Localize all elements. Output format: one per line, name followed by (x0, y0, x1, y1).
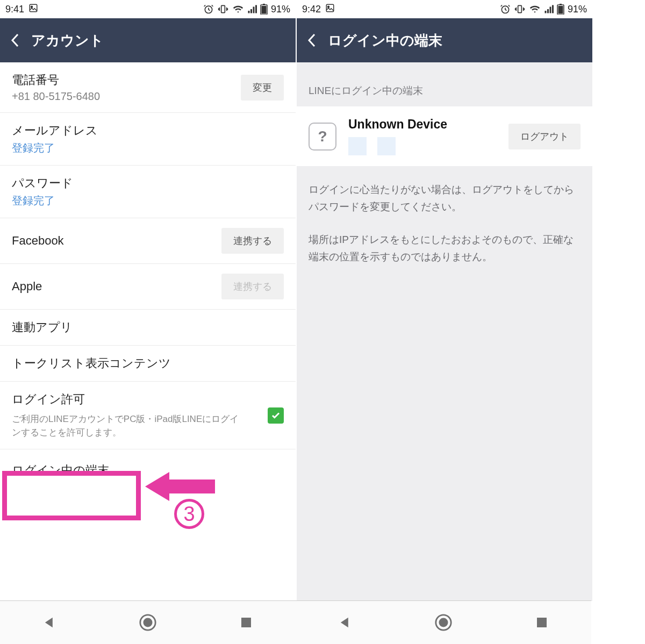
change-button[interactable]: 変更 (241, 75, 284, 101)
signal-icon (544, 4, 554, 14)
status-time: 9:41 (5, 4, 24, 15)
annotation-arrow-icon (145, 468, 215, 505)
svg-rect-11 (518, 5, 522, 12)
device-row: ? Unknown Device ログアウト (297, 106, 592, 166)
svg-point-16 (143, 618, 152, 627)
app-header: アカウント (0, 18, 296, 62)
wifi-icon (529, 4, 541, 15)
phone-value: +81 80-5175-6480 (12, 90, 100, 103)
nav-back-button[interactable] (334, 612, 356, 633)
signal-icon (247, 4, 257, 14)
row-phone-number[interactable]: 電話番号 +81 80-5175-6480 変更 (0, 62, 296, 113)
alarm-icon (203, 4, 214, 15)
password-status: 登録完了 (12, 194, 73, 208)
footer-notes: ログインに心当たりがない場合は、ログアウトをしてからパスワードを変更してください… (297, 166, 592, 281)
nav-home-button[interactable] (137, 612, 159, 633)
redacted-block (348, 137, 367, 155)
apple-label: Apple (12, 280, 42, 294)
section-header: LINEにログイン中の端末 (297, 62, 592, 106)
back-button[interactable] (304, 33, 319, 48)
password-label: パスワード (12, 175, 73, 191)
nav-back-button[interactable] (39, 612, 60, 633)
talk-list-label: トークリスト表示コンテンツ (12, 355, 171, 371)
note-text-2: 場所はIPアドレスをもとにしたおおよそのもので、正確な端末の位置を示すものではあ… (309, 231, 580, 266)
svg-point-19 (439, 618, 448, 627)
row-talk-list-content[interactable]: トークリスト表示コンテンツ (0, 346, 296, 382)
linked-apps-label: 連動アプリ (12, 319, 73, 335)
svg-rect-5 (263, 4, 265, 5)
status-bar: 9:41 91% (0, 0, 296, 18)
row-apple[interactable]: Apple 連携する (0, 264, 296, 310)
page-title: アカウント (31, 31, 104, 50)
logout-button[interactable]: ログアウト (508, 124, 580, 149)
login-permission-desc: ご利用のLINEアカウントでPC版・iPad版LINEにログインすることを許可し… (12, 413, 243, 439)
phone-screenshot-left: 9:41 91% アカウント 電話番号 +81 80-5175-6480 変更 (0, 0, 296, 601)
image-icon (28, 3, 38, 16)
device-name: Unknown Device (348, 117, 497, 132)
svg-rect-13 (560, 4, 562, 5)
facebook-label: Facebook (12, 234, 64, 248)
svg-marker-7 (145, 472, 215, 501)
svg-rect-20 (537, 618, 547, 627)
svg-point-1 (31, 6, 33, 8)
redacted-block (377, 137, 396, 155)
facebook-link-button[interactable]: 連携する (221, 228, 284, 254)
battery-icon (260, 4, 268, 15)
row-password[interactable]: パスワード 登録完了 (0, 166, 296, 218)
vibrate-icon (514, 4, 526, 15)
alarm-icon (500, 4, 511, 15)
row-facebook[interactable]: Facebook 連携する (0, 218, 296, 264)
login-permission-toggle[interactable] (268, 407, 284, 424)
battery-icon (557, 4, 564, 15)
redacted-meta (348, 137, 497, 155)
vibrate-icon (217, 4, 229, 15)
page-title: ログイン中の端末 (328, 31, 442, 50)
email-status: 登録完了 (12, 141, 98, 155)
nav-home-button[interactable] (433, 612, 454, 633)
settings-list: 電話番号 +81 80-5175-6480 変更 メールアドレス 登録完了 パス… (0, 62, 296, 601)
svg-rect-3 (221, 5, 225, 12)
svg-point-9 (328, 6, 329, 8)
svg-rect-0 (30, 4, 37, 12)
note-text-1: ログインに心当たりがない場合は、ログアウトをしてからパスワードを変更してください… (309, 181, 580, 216)
row-linked-apps[interactable]: 連動アプリ (0, 310, 296, 346)
status-time: 9:42 (302, 4, 321, 15)
app-header: ログイン中の端末 (297, 18, 592, 62)
phone-screenshot-right: 9:42 91% ログイン中の端末 LINEにログイン中の端末 ? Unknow… (297, 0, 592, 601)
battery-percent: 91% (271, 4, 290, 15)
status-bar: 9:42 91% (297, 0, 592, 18)
nav-recent-button[interactable] (235, 612, 257, 633)
phone-label: 電話番号 (12, 72, 100, 88)
system-nav-bar (0, 601, 591, 644)
svg-rect-17 (241, 618, 251, 627)
nav-recent-button[interactable] (531, 612, 553, 633)
wifi-icon (232, 4, 244, 15)
apple-link-button[interactable]: 連携する (221, 274, 284, 299)
svg-rect-6 (261, 6, 266, 14)
row-login-permission[interactable]: ログイン許可 ご利用のLINEアカウントでPC版・iPad版LINEにログインす… (0, 382, 296, 449)
devices-content: LINEにログイン中の端末 ? Unknown Device ログアウト ログイ… (297, 62, 592, 601)
svg-rect-14 (558, 6, 563, 14)
unknown-device-icon: ? (309, 123, 336, 151)
logged-in-devices-label: ログイン中の端末 (12, 462, 109, 478)
image-icon (325, 3, 335, 16)
annotation-step-number: 3 (174, 499, 204, 529)
battery-percent: 91% (568, 4, 587, 15)
login-permission-label: ログイン許可 (12, 391, 243, 407)
email-label: メールアドレス (12, 123, 98, 139)
svg-rect-8 (326, 4, 334, 12)
back-button[interactable] (8, 33, 23, 48)
row-email[interactable]: メールアドレス 登録完了 (0, 113, 296, 166)
